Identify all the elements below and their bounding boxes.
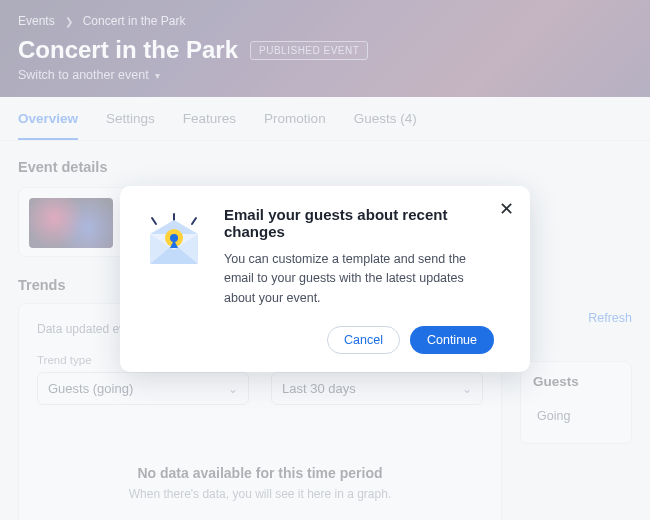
envelope-icon [142, 206, 206, 354]
modal-title: Email your guests about recent changes [224, 206, 494, 240]
modal-overlay[interactable]: ✕ Email your guests about recent changes… [0, 0, 650, 520]
svg-line-0 [152, 218, 156, 224]
close-icon[interactable]: ✕ [499, 200, 514, 218]
cancel-button[interactable]: Cancel [327, 326, 400, 354]
continue-button[interactable]: Continue [410, 326, 494, 354]
modal-body-text: You can customize a template and send th… [224, 250, 494, 308]
svg-line-2 [192, 218, 196, 224]
email-guests-modal: ✕ Email your guests about recent changes… [120, 186, 530, 372]
